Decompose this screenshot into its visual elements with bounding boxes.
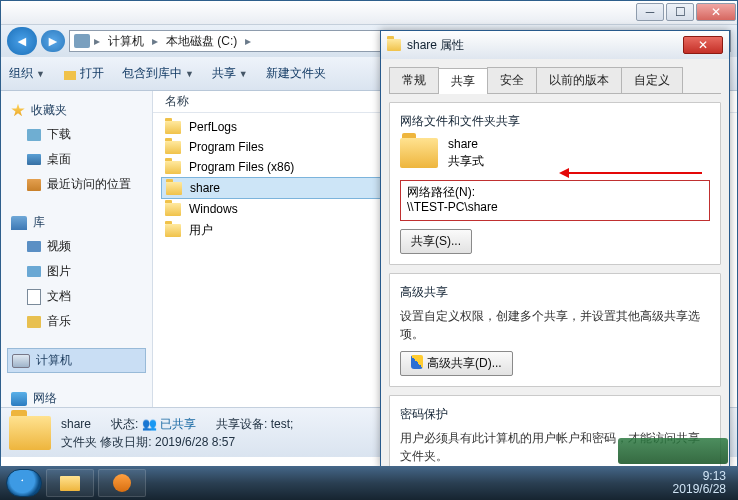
- file-name: share: [190, 181, 220, 195]
- sidebar-computer[interactable]: 计算机: [7, 348, 146, 373]
- folder-icon: [165, 224, 181, 237]
- sidebar-item-documents[interactable]: 文档: [7, 284, 146, 309]
- section-heading: 密码保护: [400, 406, 710, 423]
- section-heading: 网络文件和文件夹共享: [400, 113, 710, 130]
- window-title-bar: ─ ☐ ✕: [1, 1, 737, 25]
- breadcrumb-sep: ▸: [94, 34, 100, 48]
- status-name: share: [61, 415, 91, 433]
- tab-strip: 常规共享安全以前的版本自定义: [389, 67, 721, 94]
- taskbar-explorer[interactable]: [46, 469, 94, 497]
- sidebar-item-downloads[interactable]: 下载: [7, 122, 146, 147]
- tab-0[interactable]: 常规: [389, 67, 439, 93]
- dialog-title-bar[interactable]: share 属性 ✕: [381, 31, 729, 59]
- sidebar: 收藏夹 下载 桌面 最近访问的位置 库 视频 图片 文档 音乐 计算机 网络: [1, 91, 153, 431]
- status-sharedev-value: test;: [271, 417, 294, 431]
- breadcrumb-sep: ▸: [245, 34, 251, 48]
- properties-dialog: share 属性 ✕ 常规共享安全以前的版本自定义 网络文件和文件夹共享 sha…: [380, 30, 730, 468]
- tab-2[interactable]: 安全: [487, 67, 537, 93]
- file-name: Program Files: [189, 140, 264, 154]
- section-network-sharing: 网络文件和文件夹共享 share 共享式 网络路径(N): \\TEST-PC\…: [389, 102, 721, 265]
- folder-icon: [9, 416, 51, 450]
- sidebar-libraries-header[interactable]: 库: [7, 211, 146, 234]
- sidebar-favorites-header[interactable]: 收藏夹: [7, 99, 146, 122]
- media-player-icon: [113, 474, 131, 492]
- sidebar-item-music[interactable]: 音乐: [7, 309, 146, 334]
- file-name: Windows: [189, 202, 238, 216]
- file-name: 用户: [189, 222, 213, 239]
- tab-3[interactable]: 以前的版本: [536, 67, 622, 93]
- folder-icon: [387, 39, 401, 51]
- taskbar: 9:13 2019/6/28: [0, 466, 738, 500]
- file-name: PerfLogs: [189, 120, 237, 134]
- section-heading: 高级共享: [400, 284, 710, 301]
- folder-icon: [166, 182, 182, 195]
- file-name: Program Files (x86): [189, 160, 294, 174]
- explorer-icon: [60, 476, 80, 491]
- drive-icon: [74, 34, 90, 48]
- status-mod-label: 文件夹 修改日期:: [61, 435, 152, 449]
- open-icon: [63, 67, 77, 81]
- open-menu[interactable]: 打开: [63, 65, 104, 82]
- status-state-label: 状态:: [111, 417, 138, 431]
- folder-icon: [400, 138, 438, 168]
- section-desc: 设置自定义权限，创建多个共享，并设置其他高级共享选项。: [400, 307, 710, 343]
- dialog-close-button[interactable]: ✕: [683, 36, 723, 54]
- share-menu[interactable]: 共享▼: [212, 65, 248, 82]
- tab-4[interactable]: 自定义: [621, 67, 683, 93]
- netpath-value: \\TEST-PC\share: [407, 200, 703, 216]
- sidebar-item-pictures[interactable]: 图片: [7, 259, 146, 284]
- breadcrumb-seg[interactable]: 计算机: [104, 33, 148, 50]
- section-advanced-sharing: 高级共享 设置自定义权限，创建多个共享，并设置其他高级共享选项。 高级共享(D)…: [389, 273, 721, 387]
- close-button[interactable]: ✕: [696, 3, 736, 21]
- forward-button[interactable]: ►: [41, 30, 65, 52]
- folder-icon: [165, 203, 181, 216]
- status-sharedev-label: 共享设备:: [216, 417, 267, 431]
- sidebar-item-recent[interactable]: 最近访问的位置: [7, 172, 146, 197]
- share-button[interactable]: 共享(S)...: [400, 229, 472, 254]
- breadcrumb-sep: ▸: [152, 34, 158, 48]
- share-state: 共享式: [448, 153, 484, 170]
- status-state-value: 👥 已共享: [142, 417, 196, 431]
- svg-rect-0: [64, 71, 76, 80]
- advanced-share-button[interactable]: 高级共享(D)...: [400, 351, 513, 376]
- new-folder-button[interactable]: 新建文件夹: [266, 65, 326, 82]
- status-mod-value: 2019/6/28 8:57: [155, 435, 235, 449]
- system-clock[interactable]: 9:13 2019/6/28: [673, 470, 732, 496]
- annotation-arrow: [562, 172, 702, 174]
- start-button[interactable]: [6, 469, 42, 497]
- include-menu[interactable]: 包含到库中▼: [122, 65, 194, 82]
- dialog-title: share 属性: [407, 37, 464, 54]
- share-name: share: [448, 136, 484, 153]
- breadcrumb-seg[interactable]: 本地磁盘 (C:): [162, 33, 241, 50]
- folder-icon: [165, 141, 181, 154]
- folder-icon: [165, 121, 181, 134]
- organize-menu[interactable]: 组织▼: [9, 65, 45, 82]
- maximize-button[interactable]: ☐: [666, 3, 694, 21]
- sidebar-item-desktop[interactable]: 桌面: [7, 147, 146, 172]
- netpath-label: 网络路径(N):: [407, 185, 703, 201]
- tab-1[interactable]: 共享: [438, 68, 488, 94]
- watermark: [618, 438, 728, 464]
- minimize-button[interactable]: ─: [636, 3, 664, 21]
- folder-icon: [165, 161, 181, 174]
- taskbar-media-player[interactable]: [98, 469, 146, 497]
- network-path-box: 网络路径(N): \\TEST-PC\share: [400, 180, 710, 221]
- sidebar-item-videos[interactable]: 视频: [7, 234, 146, 259]
- back-button[interactable]: ◄: [7, 27, 37, 55]
